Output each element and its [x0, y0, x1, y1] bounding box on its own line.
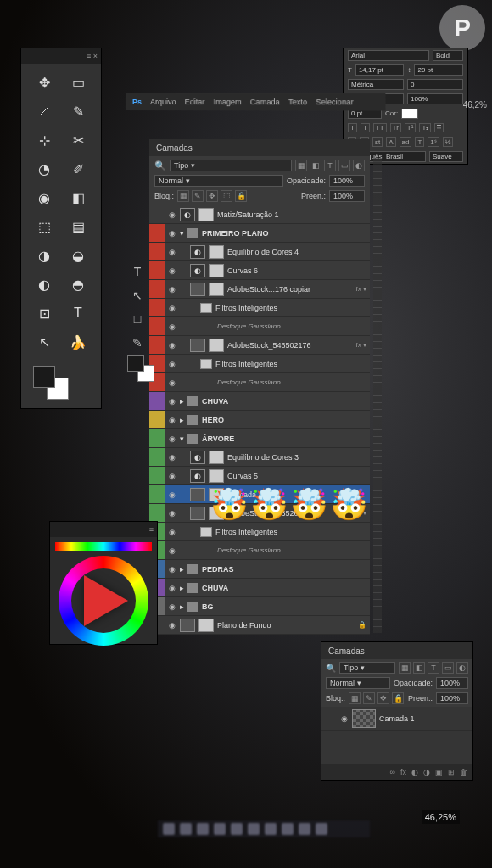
foreground-swatch[interactable] [33, 366, 55, 388]
tool-button-6[interactable]: ◔ [30, 157, 59, 181]
blend-mode-select[interactable]: Normal ▾ [154, 175, 283, 187]
mask-icon[interactable]: ◐ [411, 768, 418, 776]
visibility-icon[interactable]: ◉ [165, 304, 180, 312]
layer-row[interactable]: ◉AdobeStock...176 copiarfx ▾ [149, 280, 370, 299]
color-wheel[interactable] [59, 556, 148, 646]
tool-button-5[interactable]: ✂ [64, 128, 92, 152]
side-tool[interactable]: T [129, 265, 146, 282]
disclosure-icon[interactable]: ▾ [180, 434, 184, 443]
menu-item[interactable]: Selecionar [316, 98, 353, 106]
disclosure-icon[interactable]: ▸ [180, 565, 184, 574]
tool-button-4[interactable]: ⊹ [30, 128, 59, 152]
layers-tab[interactable]: Camadas [149, 139, 370, 156]
visibility-icon[interactable]: ◉ [165, 341, 180, 350]
mini-layers-tab[interactable]: Camadas [321, 642, 472, 659]
layer-name[interactable]: PRIMEIRO PLANO [202, 229, 370, 238]
layer-row[interactable]: ◉▾PRIMEIRO PLANO [149, 224, 370, 243]
disclosure-icon[interactable]: ▸ [180, 584, 184, 592]
layer-name[interactable]: Desfoque Gaussiano [210, 546, 370, 554]
visibility-icon[interactable]: ◉ [165, 416, 180, 424]
mini-swatches[interactable] [127, 355, 158, 385]
search-icon[interactable]: 🔍 [154, 160, 166, 171]
layer-name[interactable]: Desfoque Gaussiano [210, 322, 370, 330]
layer-row[interactable]: ◉Desfoque Gaussiano [149, 373, 370, 392]
tracking-input[interactable] [407, 79, 463, 90]
side-tool[interactable]: ✎ [129, 336, 146, 353]
visibility-icon[interactable]: ◉ [165, 285, 180, 294]
tool-button-12[interactable]: ◑ [30, 244, 59, 267]
mini-layers-footer[interactable]: ∞ fx ◐ ◑ ▣ ⊞ 🗑 [321, 764, 472, 780]
visibility-icon[interactable]: ◉ [165, 434, 180, 443]
visibility-icon[interactable]: ◉ [165, 546, 180, 555]
layer-name[interactable]: PEDRAS [202, 565, 370, 574]
menu-item[interactable]: Arquivo [150, 98, 176, 106]
color-wheel-header[interactable]: ≡ [50, 522, 157, 537]
tool-button-13[interactable]: ◒ [64, 244, 92, 267]
layer-name[interactable]: Filtros Inteligentes [215, 528, 370, 536]
visibility-icon[interactable]: ◉ [337, 714, 352, 723]
menu-item[interactable]: Camada [250, 98, 280, 106]
tool-button-10[interactable]: ⬚ [30, 215, 59, 238]
color-swatches[interactable] [21, 361, 101, 401]
layer-name[interactable]: Filtros Inteligentes [215, 360, 370, 368]
visibility-icon[interactable]: ◉ [165, 397, 180, 406]
layer-name[interactable]: Curvas 5 [227, 472, 370, 480]
visibility-icon[interactable]: ◉ [165, 453, 180, 462]
side-tool[interactable]: ↖ [129, 288, 146, 305]
layer-filter-type[interactable]: Tipo ▾ [170, 160, 292, 171]
tool-button-1[interactable]: ▭ [64, 70, 92, 94]
color-triangle[interactable] [84, 575, 128, 626]
layer-row[interactable]: ◉◐Curvas 6 [149, 261, 370, 280]
tool-button-0[interactable]: ✥ [30, 70, 59, 94]
group-icon[interactable]: ▣ [435, 768, 443, 776]
tool-button-11[interactable]: ▤ [64, 215, 92, 238]
side-tool[interactable]: □ [129, 312, 146, 329]
layer-row[interactable]: ◉AdobeStock_546502176fx ▾ [149, 336, 370, 355]
layer-name[interactable]: CHUVA [202, 397, 370, 406]
visibility-icon[interactable]: ◉ [165, 602, 180, 611]
toolbox-header[interactable]: ≡ × [21, 48, 101, 64]
layer-row[interactable]: ◉▸CHUVA [149, 579, 370, 597]
disclosure-icon[interactable]: ▾ [180, 229, 184, 238]
visibility-icon[interactable]: ◉ [165, 378, 180, 387]
layer-filter-icons[interactable]: ▦◧T▭◐ [295, 160, 365, 171]
search-icon[interactable]: 🔍 [326, 664, 336, 673]
antialias-select[interactable] [429, 151, 463, 162]
layer-name[interactable]: Equilíbrio de Cores 3 [227, 453, 370, 462]
hscale-input[interactable] [407, 93, 463, 104]
visibility-icon[interactable]: ◉ [165, 266, 180, 275]
visibility-icon[interactable]: ◉ [165, 248, 180, 256]
tool-button-17[interactable]: T [64, 301, 92, 325]
adjustment-icon[interactable]: ◑ [423, 768, 430, 776]
mini-filter-type[interactable]: Tipo ▾ [339, 662, 395, 674]
text-style-buttons[interactable]: TTTTTrT¹T₁T̶ [344, 120, 467, 135]
fill-input[interactable]: 100% [329, 190, 365, 202]
layer-row[interactable]: ◉◐Equilíbrio de Cores 3 [149, 448, 370, 467]
tool-button-16[interactable]: ⊡ [30, 301, 59, 325]
layer-fx-badge[interactable]: fx ▾ [356, 285, 370, 293]
mini-blend-select[interactable]: Normal ▾ [326, 677, 390, 689]
visibility-icon[interactable]: ◉ [165, 229, 180, 238]
layer-row[interactable]: ◉Desfoque Gaussiano [149, 541, 370, 560]
mini-filter-icons[interactable]: ▦◧T▭◐ [399, 662, 468, 674]
visibility-icon[interactable]: ◉ [165, 472, 180, 480]
fx-icon[interactable]: fx [400, 768, 406, 776]
windows-taskbar[interactable] [158, 820, 370, 837]
mini-fill-input[interactable]: 100% [436, 692, 468, 704]
layer-name[interactable]: ÁRVORE [202, 434, 370, 443]
mini-layer-row[interactable]: ◉ Camada 1 [321, 707, 472, 731]
layer-name[interactable]: AdobeStock_546502176 [227, 341, 356, 350]
visibility-icon[interactable]: ◉ [165, 490, 180, 499]
visibility-icon[interactable]: ◉ [165, 322, 180, 331]
mini-lock-buttons[interactable]: ▦✎✥🔒 [349, 692, 404, 704]
layer-row[interactable]: ◉▸HERO [149, 411, 370, 429]
hue-slider[interactable] [55, 542, 152, 551]
font-size-input[interactable] [355, 64, 405, 76]
link-icon[interactable]: ∞ [390, 768, 395, 776]
layer-row[interactable]: ◉Filtros Inteligentes [149, 299, 370, 317]
layer-row[interactable]: ◉Filtros Inteligentes [149, 523, 370, 541]
font-style-select[interactable] [433, 50, 463, 61]
layer-row[interactable]: ◉▸PEDRAS [149, 560, 370, 579]
layer-row[interactable]: ◉▸BG [149, 597, 370, 616]
trash-icon[interactable]: 🗑 [460, 768, 467, 776]
